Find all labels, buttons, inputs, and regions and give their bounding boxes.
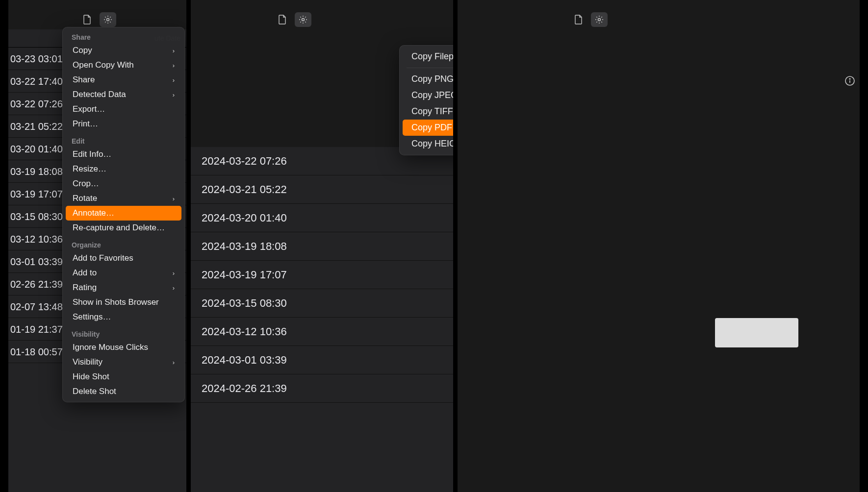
list-item[interactable]: 2024-03-01 03:39	[191, 346, 453, 374]
menu-item-label: Delete Shot	[73, 387, 116, 396]
menu-item[interactable]: Hide Shot	[66, 369, 181, 384]
context-menu[interactable]: ShareCopy›Open Copy With›Share›Detected …	[62, 27, 185, 402]
menu-item-label: Settings…	[73, 312, 111, 322]
menu-item-label: Rotate	[73, 194, 97, 203]
menu-item[interactable]: Ignore Mouse Clicks	[66, 340, 181, 355]
document-icon[interactable]	[570, 12, 587, 27]
copy-submenu[interactable]: Copy FilepathCopy PNG DataCopy JPEG Data…	[399, 45, 453, 155]
svg-point-8	[849, 78, 850, 79]
submenu-item[interactable]: Copy PDF Data	[403, 120, 453, 136]
thumbnail-card	[715, 318, 798, 347]
svg-point-0	[106, 19, 109, 21]
menu-item[interactable]: Print…	[66, 117, 181, 131]
menu-item[interactable]: Re-capture and Delete…	[66, 221, 181, 235]
menu-item-label: Crop…	[73, 179, 99, 189]
submenu-item[interactable]: Copy Filepath	[403, 49, 453, 65]
menu-item[interactable]: Annotate…	[66, 206, 181, 221]
list-item[interactable]: 2024-03-12 10:36	[191, 318, 453, 346]
menu-item[interactable]: Copy›	[66, 43, 181, 58]
menu-item-label: Share	[73, 75, 95, 85]
menu-item[interactable]: Delete Shot	[66, 384, 181, 399]
submenu-item[interactable]: Copy TIFF Data	[403, 103, 453, 120]
menu-item-label: Annotate…	[73, 208, 114, 218]
submenu-item[interactable]: Copy PNG Data	[403, 71, 453, 87]
menu-item[interactable]: Show in Shots Browser	[66, 295, 181, 310]
pane-right: ShareCopy›Open Copy With›Share›Detected …	[458, 0, 860, 492]
menu-item[interactable]: Add to Favorites	[66, 251, 181, 266]
menu-item[interactable]: Settings…	[66, 310, 181, 324]
list-item[interactable]: 2024-03-15 08:30	[191, 289, 453, 318]
chevron-right-icon: ›	[173, 47, 175, 54]
chevron-right-icon: ›	[173, 284, 175, 292]
pane-left: ute Date 03-23 03:0103-22 17:4003-22 07:…	[8, 0, 186, 492]
menu-section-label: Visibility	[66, 327, 181, 340]
menu-item-label: Edit Info…	[73, 149, 111, 159]
toolbar	[458, 0, 860, 29]
list-item[interactable]: 2024-03-19 17:07	[191, 261, 453, 289]
menu-item-label: Open Copy With	[73, 60, 134, 70]
svg-point-1	[302, 19, 305, 21]
menu-item[interactable]: Detected Data›	[66, 87, 181, 102]
info-icon[interactable]	[842, 74, 857, 88]
list-item[interactable]: 2024-02-26 21:39	[191, 374, 453, 403]
menu-item-label: Add to	[73, 268, 97, 278]
document-icon[interactable]	[274, 12, 291, 27]
chevron-right-icon: ›	[173, 76, 175, 84]
chevron-right-icon: ›	[173, 359, 175, 366]
submenu-item[interactable]: Copy HEIC Data	[403, 136, 453, 152]
gear-icon[interactable]	[295, 12, 311, 27]
menu-section-label: Organize	[66, 238, 181, 251]
menu-item-label: Add to Favorites	[73, 253, 133, 263]
menu-item[interactable]: Resize…	[66, 162, 181, 176]
gear-icon[interactable]	[100, 12, 116, 27]
toolbar	[8, 0, 186, 29]
menu-item-label: Rating	[73, 283, 97, 293]
chevron-right-icon: ›	[173, 62, 175, 69]
menu-item-label: Copy	[73, 46, 92, 55]
menu-item-label: Hide Shot	[73, 372, 109, 382]
svg-point-5	[598, 19, 601, 21]
menu-item-label: Show in Shots Browser	[73, 297, 159, 307]
menu-item-label: Resize…	[73, 164, 106, 174]
menu-item-label: Re-capture and Delete…	[73, 223, 165, 233]
toolbar	[191, 0, 453, 29]
list-item[interactable]: 2024-03-20 01:40	[191, 204, 453, 232]
pane-middle: 2024-03-22 07:262024-03-21 05:222024-03-…	[191, 0, 453, 492]
menu-item-label: Export…	[73, 104, 105, 114]
menu-item[interactable]: Share›	[66, 73, 181, 87]
chevron-right-icon: ›	[173, 91, 175, 98]
menu-item-label: Ignore Mouse Clicks	[73, 343, 148, 352]
gear-icon[interactable]	[591, 12, 608, 27]
menu-item-label: Detected Data	[73, 90, 126, 99]
chevron-right-icon: ›	[173, 195, 175, 202]
list-item[interactable]: 2024-03-21 05:22	[191, 175, 453, 204]
menu-item[interactable]: Open Copy With›	[66, 58, 181, 73]
menu-section-label: Share	[66, 30, 181, 43]
menu-item[interactable]: Rotate›	[66, 191, 181, 206]
chevron-right-icon: ›	[173, 270, 175, 277]
menu-item[interactable]: Crop…	[66, 176, 181, 191]
menu-section-label: Edit	[66, 134, 181, 147]
document-icon[interactable]	[79, 12, 96, 27]
menu-item[interactable]: Visibility›	[66, 355, 181, 369]
menu-item-label: Visibility	[73, 357, 102, 367]
menu-item[interactable]: Rating›	[66, 280, 181, 295]
submenu-item[interactable]: Copy JPEG Data	[403, 87, 453, 103]
menu-item[interactable]: Edit Info…	[66, 147, 181, 162]
menu-item-label: Print…	[73, 119, 98, 129]
menu-item[interactable]: Add to›	[66, 266, 181, 280]
menu-item[interactable]: Export…	[66, 102, 181, 117]
date-list: 2024-03-22 07:262024-03-21 05:222024-03-…	[191, 147, 453, 492]
list-item[interactable]: 2024-03-19 18:08	[191, 232, 453, 261]
